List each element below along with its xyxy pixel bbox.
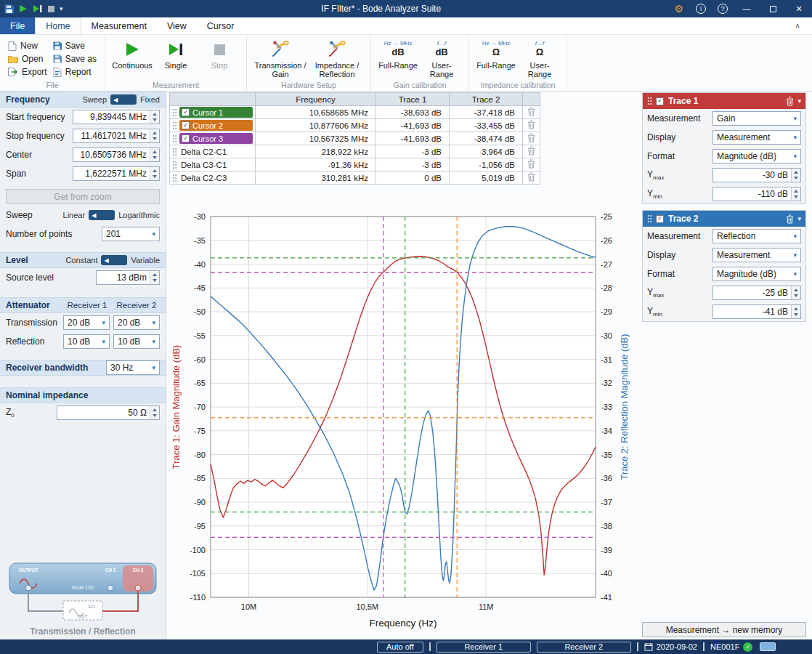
constant-variable-toggle[interactable]: ◀ (101, 255, 127, 265)
delete-cursor-button[interactable] (523, 158, 540, 171)
display-select[interactable]: Measurement▾ (712, 248, 801, 262)
transmission-gain-setup-button[interactable]: Transmission / Gain (253, 37, 308, 79)
spinner[interactable] (150, 167, 159, 180)
transmission-attenuator-1-select[interactable]: 20 dB▾ (63, 315, 110, 330)
sweep-fixed-toggle[interactable]: ◀ (110, 94, 137, 105)
maximize-button[interactable] (760, 0, 786, 17)
measurement-to-memory-button[interactable]: Measurement → new memory (642, 622, 806, 637)
tab-measurement[interactable]: Measurement (81, 17, 157, 34)
source-level-input[interactable]: 13 dBm (96, 270, 160, 285)
reflection-attenuator-2-select[interactable]: 10 dB▾ (113, 334, 160, 349)
report-button[interactable]: Report (51, 67, 99, 77)
info-icon[interactable]: i (696, 4, 706, 14)
row-drag-handle-icon[interactable] (172, 108, 177, 117)
delete-cursor-button[interactable] (523, 132, 540, 145)
impedance-user-range-button[interactable]: f…f Ω User-Range (519, 37, 561, 79)
export-button[interactable]: Export (6, 67, 49, 77)
trace-drag-handle-icon[interactable] (647, 97, 652, 105)
ymin-input[interactable]: -110 dB (712, 187, 801, 201)
close-button[interactable]: ✕ (786, 0, 812, 17)
impedance-full-range-button[interactable]: Hz → MHz Ω Full-Range (475, 37, 517, 79)
gain-user-range-button[interactable]: f…f dB User-Range (421, 37, 463, 79)
stop-button[interactable]: Stop (198, 37, 240, 79)
gear-icon[interactable]: ⚙ (674, 4, 683, 14)
span-input[interactable]: 1,6222571 MHz (73, 166, 160, 181)
get-from-zoom-button[interactable]: Get from zoom (6, 189, 160, 204)
trace-panel-header[interactable]: ✓Trace 2▾ (643, 211, 805, 227)
trace-visible-checkbox[interactable]: ✓ (656, 97, 664, 105)
format-select[interactable]: Magnitude (dB)▾ (712, 267, 801, 281)
delete-cursor-button[interactable] (523, 119, 540, 132)
measurement-select[interactable]: Gain▾ (712, 111, 801, 126)
gain-full-range-button[interactable]: Hz → MHz dB Full-Range (377, 37, 419, 79)
linear-log-toggle[interactable]: ◀ (89, 210, 115, 220)
toggle-option-logarithmic[interactable]: Logarithmic (118, 211, 160, 219)
row-drag-handle-icon[interactable] (172, 134, 177, 143)
help-icon[interactable]: ? (718, 4, 728, 14)
spinner[interactable] (150, 406, 159, 419)
toggle-option-variable[interactable]: Variable (131, 256, 160, 265)
spinner[interactable] (150, 110, 159, 124)
ymin-input[interactable]: -41 dB (712, 304, 801, 319)
spinner[interactable] (791, 169, 800, 182)
z0-input[interactable]: 50 Ω (57, 405, 160, 420)
quick-save-icon[interactable] (4, 3, 14, 15)
cursor-checkbox[interactable]: ✓ (182, 134, 190, 142)
spinner[interactable] (791, 286, 800, 299)
trace-panel-header[interactable]: ✓Trace 1▾ (643, 93, 805, 109)
toggle-option-constant[interactable]: Constant (65, 256, 97, 265)
row-drag-handle-icon[interactable] (172, 148, 177, 156)
quick-single-play-icon[interactable] (33, 3, 43, 15)
spinner[interactable] (150, 271, 159, 284)
row-drag-handle-icon[interactable] (172, 174, 177, 182)
row-drag-handle-icon[interactable] (172, 121, 177, 130)
single-button[interactable]: Single (155, 37, 197, 79)
minimize-button[interactable]: — (734, 0, 760, 17)
collapse-chevron-icon[interactable]: ▾ (797, 215, 801, 222)
spinner[interactable] (150, 129, 159, 142)
transmission-attenuator-2-select[interactable]: 20 dB▾ (113, 315, 160, 330)
tab-home[interactable]: Home (35, 17, 81, 34)
toggle-option-fixed[interactable]: Fixed (140, 95, 160, 104)
ymax-input[interactable]: -25 dB (712, 286, 801, 300)
spinner[interactable] (150, 148, 159, 161)
new-button[interactable]: New (6, 41, 49, 51)
row-drag-handle-icon[interactable] (172, 161, 177, 169)
start-frequency-input[interactable]: 9,839445 MHz (73, 110, 160, 124)
save-as-button[interactable]: Save as (51, 54, 99, 64)
ymax-input[interactable]: -30 dB (712, 168, 801, 182)
spinner[interactable] (791, 305, 800, 318)
receiver2-status[interactable]: Receiver 2 (537, 642, 631, 653)
trace-drag-handle-icon[interactable] (647, 214, 652, 223)
impedance-reflection-setup-button[interactable]: Impedance / Reflection (309, 37, 365, 79)
tab-view[interactable]: View (157, 17, 197, 34)
format-select[interactable]: Magnitude (dB)▾ (712, 149, 801, 164)
collapse-chevron-icon[interactable]: ▾ (797, 97, 801, 105)
receiver-bandwidth-select[interactable]: 30 Hz▾ (106, 360, 160, 375)
trace-visible-checkbox[interactable]: ✓ (656, 215, 664, 223)
toggle-option-sweep[interactable]: Sweep (82, 95, 107, 104)
quick-stop-icon[interactable] (48, 3, 54, 15)
measurement-select[interactable]: Reflection▾ (712, 229, 801, 243)
delete-cursor-button[interactable] (523, 171, 540, 185)
delete-cursor-button[interactable] (523, 106, 540, 119)
open-button[interactable]: Open (6, 54, 49, 64)
auto-off-button[interactable]: Auto off (377, 642, 423, 653)
stop-frequency-input[interactable]: 11,4617021 MHz (73, 129, 160, 143)
cursor-checkbox[interactable]: ✓ (182, 121, 190, 129)
quick-access-dropdown-icon[interactable]: ▾ (60, 3, 63, 15)
reflection-attenuator-1-select[interactable]: 10 dB▾ (63, 334, 110, 349)
center-frequency-input[interactable]: 10,6505736 MHz (73, 148, 160, 162)
display-select[interactable]: Measurement▾ (712, 130, 801, 145)
collapse-ribbon-icon[interactable]: ∧ (783, 17, 812, 34)
toggle-option-linear[interactable]: Linear (63, 211, 86, 219)
cursor-checkbox[interactable]: ✓ (182, 108, 190, 116)
quick-continuous-play-icon[interactable] (19, 3, 28, 15)
trace-delete-button[interactable] (786, 97, 794, 106)
trace-delete-button[interactable] (786, 214, 794, 224)
continuous-button[interactable]: Continuous (111, 37, 153, 79)
points-select[interactable]: 201▾ (102, 227, 160, 241)
save-button[interactable]: Save (51, 41, 99, 51)
spinner[interactable] (791, 187, 800, 201)
tab-cursor[interactable]: Cursor (197, 17, 245, 34)
